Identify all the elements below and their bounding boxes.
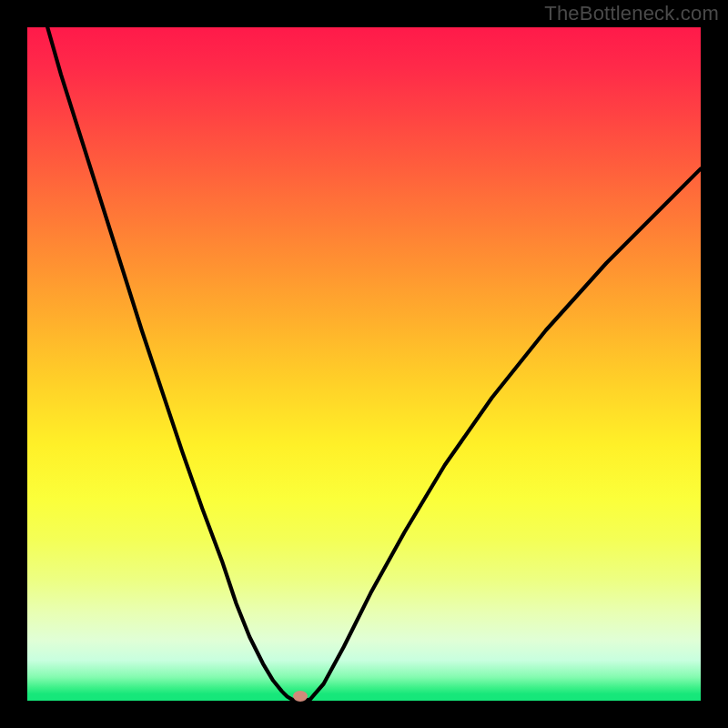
optimal-point-marker [293, 691, 308, 702]
curve-path [47, 27, 701, 701]
watermark-text: TheBottleneck.com [544, 2, 719, 25]
chart-frame: TheBottleneck.com [0, 0, 728, 728]
bottleneck-curve [27, 27, 701, 701]
plot-area [27, 27, 701, 701]
